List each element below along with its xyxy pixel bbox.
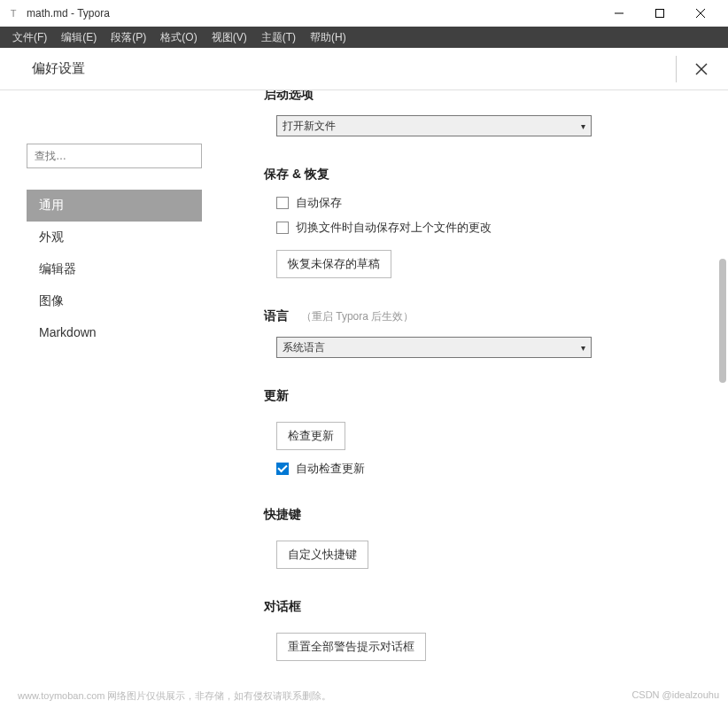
menu-format[interactable]: 格式(O) [153, 28, 204, 47]
menu-theme[interactable]: 主题(T) [254, 28, 303, 47]
section-startup: 启动选项 打开新文件 ▾ [264, 90, 701, 136]
divider [676, 56, 677, 82]
svg-rect-1 [656, 10, 664, 18]
title-bar: T math.md - Typora [0, 0, 728, 27]
sidebar-item-general[interactable]: 通用 [27, 190, 202, 222]
menu-file[interactable]: 文件(F) [5, 28, 54, 47]
menu-view[interactable]: 视图(V) [205, 28, 254, 47]
preferences-content: 启动选项 打开新文件 ▾ 保存 & 恢复 自动保存 切换文件时自动保存对上个文件… [228, 90, 728, 690]
sidebar: 通用 外观 编辑器 图像 Markdown [0, 90, 228, 690]
search-input[interactable] [27, 144, 202, 168]
autosave-switch-checkbox[interactable] [276, 222, 289, 234]
section-dialog: 对话框 重置全部警告提示对话框 [264, 599, 701, 661]
language-hint: （重启 Typora 后生效） [301, 310, 414, 323]
scrollbar-thumb[interactable] [719, 259, 726, 383]
section-title-dialog: 对话框 [264, 599, 701, 615]
language-select[interactable]: 系统语言 ▾ [276, 337, 592, 358]
section-title-startup: 启动选项 [264, 90, 701, 103]
startup-select-value: 打开新文件 [283, 119, 336, 134]
startup-select[interactable]: 打开新文件 ▾ [276, 115, 592, 136]
chevron-down-icon: ▾ [581, 121, 585, 131]
window-controls [599, 0, 721, 27]
app-icon: T [7, 7, 19, 19]
chevron-down-icon: ▾ [581, 343, 585, 353]
custom-shortcut-button[interactable]: 自定义快捷键 [276, 541, 368, 569]
section-update: 更新 检查更新 自动检查更新 [264, 388, 701, 477]
preferences-body: 通用 外观 编辑器 图像 Markdown 启动选项 打开新文件 ▾ 保存 & … [0, 90, 728, 690]
watermark-right: CSDN @idealzouhu [631, 689, 719, 703]
menu-edit[interactable]: 编辑(E) [54, 28, 104, 47]
sidebar-item-image[interactable]: 图像 [27, 285, 202, 317]
maximize-button[interactable] [639, 0, 680, 27]
watermark: www.toymoban.com 网络图片仅供展示，非存储，如有侵权请联系删除。… [18, 689, 719, 703]
sidebar-item-appearance[interactable]: 外观 [27, 222, 202, 253]
section-title-shortcut: 快捷键 [264, 507, 701, 523]
watermark-left: www.toymoban.com 网络图片仅供展示，非存储，如有侵权请联系删除。 [18, 689, 331, 703]
section-title-save: 保存 & 恢复 [264, 167, 701, 183]
section-shortcut: 快捷键 自定义快捷键 [264, 507, 701, 569]
autosave-switch-label: 切换文件时自动保存对上个文件的更改 [296, 220, 492, 236]
menu-bar: 文件(F) 编辑(E) 段落(P) 格式(O) 视图(V) 主题(T) 帮助(H… [0, 27, 728, 48]
preferences-header: 偏好设置 [0, 48, 728, 90]
auto-check-update-label: 自动检查更新 [296, 461, 365, 477]
reset-dialogs-button[interactable]: 重置全部警告提示对话框 [276, 633, 426, 661]
window-title: math.md - Typora [27, 7, 110, 19]
close-icon [694, 62, 709, 76]
menu-help[interactable]: 帮助(H) [303, 28, 353, 47]
autosave-checkbox[interactable] [276, 197, 289, 209]
recover-drafts-button[interactable]: 恢复未保存的草稿 [276, 250, 391, 278]
section-title-update: 更新 [264, 388, 701, 404]
autosave-label: 自动保存 [296, 195, 342, 211]
section-save-recover: 保存 & 恢复 自动保存 切换文件时自动保存对上个文件的更改 恢复未保存的草稿 [264, 167, 701, 278]
minimize-button[interactable] [599, 0, 639, 27]
section-language: 语言 （重启 Typora 后生效） 系统语言 ▾ [264, 308, 701, 358]
close-button[interactable] [680, 0, 721, 27]
language-select-value: 系统语言 [283, 340, 325, 355]
auto-check-update-checkbox[interactable] [276, 463, 289, 475]
menu-paragraph[interactable]: 段落(P) [104, 28, 153, 47]
section-title-language: 语言 （重启 Typora 后生效） [264, 308, 701, 324]
sidebar-item-markdown[interactable]: Markdown [27, 317, 202, 347]
sidebar-item-editor[interactable]: 编辑器 [27, 253, 202, 285]
check-update-button[interactable]: 检查更新 [276, 422, 345, 450]
preferences-title: 偏好设置 [32, 60, 85, 77]
close-preferences-button[interactable] [693, 60, 710, 78]
